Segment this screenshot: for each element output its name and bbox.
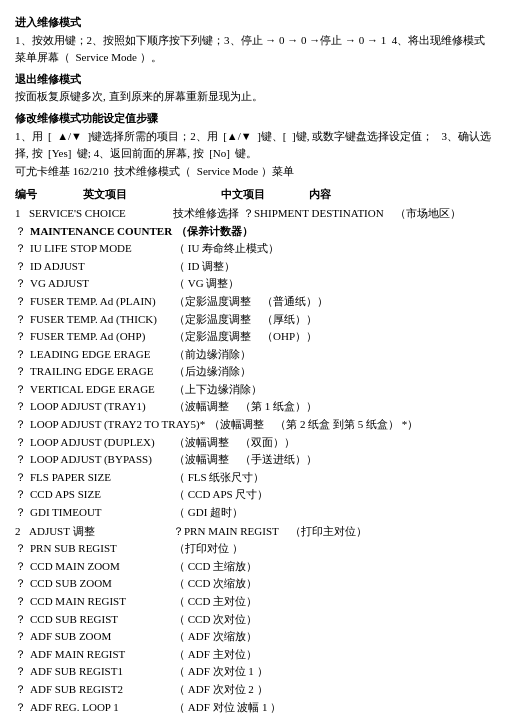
item-num: ？ xyxy=(15,223,26,241)
item-cn: （前边缘消除） xyxy=(174,346,251,364)
item-num: ？ xyxy=(15,611,26,629)
item-num: ？ xyxy=(15,275,26,293)
item-en: ADF SUB REGIST2 xyxy=(30,681,170,699)
list-item: ？ CCD SUB REGIST （ CCD 次对位） xyxy=(15,611,491,629)
item-cn: （ FLS 纸张尺寸） xyxy=(174,469,264,487)
item-cn: （ ADF 对位 波幅 1 ） xyxy=(174,699,281,715)
item-num: ？ xyxy=(15,258,26,276)
list-item: ？ CCD MAIN ZOOM （ CCD 主缩放） xyxy=(15,558,491,576)
col-detail-header: 内容 xyxy=(309,186,331,204)
item-num: ？ xyxy=(15,328,26,346)
list-item: ？ ADF SUB REGIST2 （ ADF 次对位 2 ） xyxy=(15,681,491,699)
item-en: FLS PAPER SIZE xyxy=(30,469,170,487)
modify-title: 修改维修模式功能设定值步骤 xyxy=(15,110,491,128)
item-cn: （打印对位 ） xyxy=(174,540,243,558)
enter-line-1: 1、按效用键；2、按照如下顺序按下列键；3、停止 → 0 → 0 →停止 → 0… xyxy=(15,32,491,67)
item-en: CCD APS SIZE xyxy=(30,486,170,504)
item-num: ？ xyxy=(15,363,26,381)
item-en: CCD MAIN ZOOM xyxy=(30,558,170,576)
list-item: ？ CCD APS SIZE （ CCD APS 尺寸） xyxy=(15,486,491,504)
item-num: ？ xyxy=(15,381,26,399)
item-en: ADJUST 调整 xyxy=(29,523,169,541)
item-en: SERVICE'S CHOICE xyxy=(29,205,169,223)
item-num: ？ xyxy=(15,504,26,522)
item-detail: ？PRN MAIN REGIST （打印主对位） xyxy=(173,523,367,541)
item-cn: （ ADF 次对位 2 ） xyxy=(174,681,268,699)
item-en: ADF REG. LOOP 1 xyxy=(30,699,170,715)
item-en: CCD MAIN REGIST xyxy=(30,593,170,611)
item-cn: （ CCD 主缩放） xyxy=(174,558,257,576)
item-en: CCD SUB ZOOM xyxy=(30,575,170,593)
list-item: ？ ADF MAIN REGIST （ ADF 主对位） xyxy=(15,646,491,664)
item-num: ？ xyxy=(15,681,26,699)
item-en: MAINTENANCE COUNTER xyxy=(30,223,172,241)
item-cn: （波幅调整 （双面）） xyxy=(174,434,295,452)
modify-line-2: 可尤卡维基 162/210 技术维修模式（ Service Mode ）菜单 xyxy=(15,163,491,181)
item-en: IU LIFE STOP MODE xyxy=(30,240,170,258)
list-item: ？ LOOP ADJUST (DUPLEX) （波幅调整 （双面）） xyxy=(15,434,491,452)
item-cn: （定影温度调整 （厚纸）） xyxy=(174,311,317,329)
item-num: ？ xyxy=(15,540,26,558)
exit-line-1: 按面板复原键多次, 直到原来的屏幕重新显现为止。 xyxy=(15,88,491,106)
modify-section: 修改维修模式功能设定值步骤 1、用 [ ▲/▼ ]键选择所需的项目；2、用 [▲… xyxy=(15,110,491,180)
item-cn: （ CCD 次缩放） xyxy=(174,575,257,593)
item-en: ADF SUB ZOOM xyxy=(30,628,170,646)
list-item: ？ ADF SUB ZOOM （ ADF 次缩放） xyxy=(15,628,491,646)
item-en: LOOP ADJUST (BYPASS) xyxy=(30,451,170,469)
item-cn: （保养计数器） xyxy=(176,223,253,241)
item-en: VG ADJUST xyxy=(30,275,170,293)
item-detail: ？SHIPMENT DESTINATION （市场地区） xyxy=(243,205,461,223)
item-num: ？ xyxy=(15,240,26,258)
item-en: FUSER TEMP. Ad (THICK) xyxy=(30,311,170,329)
list-item: ？ VG ADJUST （ VG 调整） xyxy=(15,275,491,293)
list-item: ？ LOOP ADJUST (TRAY2 TO TRAY5)* （波幅调整 （第… xyxy=(15,416,491,434)
item-num: ？ xyxy=(15,293,26,311)
list-item: ？ MAINTENANCE COUNTER （保养计数器） xyxy=(15,223,491,241)
list-item: ？ ID ADJUST （ ID 调整） xyxy=(15,258,491,276)
list-item: ？ FUSER TEMP. Ad (THICK) （定影温度调整 （厚纸）） xyxy=(15,311,491,329)
item-num: ？ xyxy=(15,646,26,664)
table-header-row: 编号 英文项目 中文项目 内容 xyxy=(15,186,491,204)
list-item: ？ LEADING EDGE ERAGE （前边缘消除） xyxy=(15,346,491,364)
exit-section: 退出维修模式 按面板复原键多次, 直到原来的屏幕重新显现为止。 xyxy=(15,71,491,106)
item-cn: （ CCD APS 尺寸） xyxy=(174,486,268,504)
list-item: ？ LOOP ADJUST (TRAY1) （波幅调整 （第 1 纸盒）） xyxy=(15,398,491,416)
item-en: LEADING EDGE ERAGE xyxy=(30,346,170,364)
item-num: ？ xyxy=(15,434,26,452)
list-item: ？ ADF SUB REGIST1 （ ADF 次对位 1 ） xyxy=(15,663,491,681)
item-num: ？ xyxy=(15,628,26,646)
list-item: ？ VERTICAL EDGE ERAGE （上下边缘消除） xyxy=(15,381,491,399)
item-num: ？ xyxy=(15,416,26,434)
item-cn: （ VG 调整） xyxy=(174,275,239,293)
item-num: ？ xyxy=(15,311,26,329)
item-en: LOOP ADJUST (TRAY1) xyxy=(30,398,170,416)
page-content: 进入维修模式 1、按效用键；2、按照如下顺序按下列键；3、停止 → 0 → 0 … xyxy=(15,14,491,715)
list-item: ？ CCD MAIN REGIST （ CCD 主对位） xyxy=(15,593,491,611)
item-num: ？ xyxy=(15,558,26,576)
item-en: CCD SUB REGIST xyxy=(30,611,170,629)
item-cn: （ GDI 超时） xyxy=(174,504,243,522)
list-item: 2 ADJUST 调整 ？PRN MAIN REGIST （打印主对位） xyxy=(15,523,491,541)
item-en: LOOP ADJUST (TRAY2 TO TRAY5)* xyxy=(30,416,205,434)
item-en: LOOP ADJUST (DUPLEX) xyxy=(30,434,170,452)
item-cn: （波幅调整 （第 1 纸盒）） xyxy=(174,398,317,416)
item-cn: （定影温度调整 （普通纸）） xyxy=(174,293,328,311)
item-cn: （ CCD 次对位） xyxy=(174,611,257,629)
list-item: 1 SERVICE'S CHOICE 技术维修选择 ？SHIPMENT DEST… xyxy=(15,205,491,223)
item-en: ADF MAIN REGIST xyxy=(30,646,170,664)
item-num: ？ xyxy=(15,486,26,504)
item-num: 1 xyxy=(15,205,25,223)
col-cn-header: 中文项目 xyxy=(221,186,301,204)
list-item: ？ FLS PAPER SIZE （ FLS 纸张尺寸） xyxy=(15,469,491,487)
item-en: PRN SUB REGIST xyxy=(30,540,170,558)
item-cn: （上下边缘消除） xyxy=(174,381,262,399)
item-en: FUSER TEMP. Ad (OHP) xyxy=(30,328,170,346)
item-num: ？ xyxy=(15,346,26,364)
item-num: ？ xyxy=(15,699,26,715)
col-num-header: 编号 xyxy=(15,186,75,204)
exit-title: 退出维修模式 xyxy=(15,71,491,89)
item-cn: （ ADF 主对位） xyxy=(174,646,257,664)
list-item: ？ LOOP ADJUST (BYPASS) （波幅调整 （手送进纸）） xyxy=(15,451,491,469)
list-item: ？ TRAILING EDGE ERAGE （后边缘消除） xyxy=(15,363,491,381)
item-en: FUSER TEMP. Ad (PLAIN) xyxy=(30,293,170,311)
